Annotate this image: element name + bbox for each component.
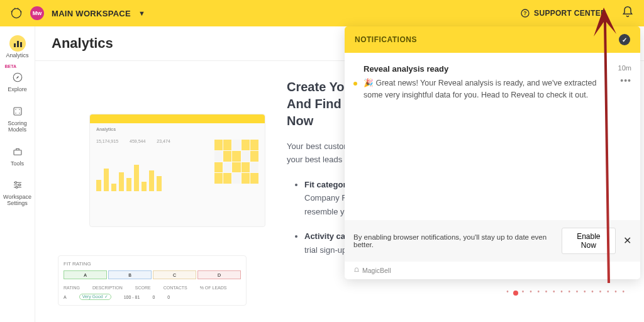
sidebar-item-label: Scoring Models: [0, 121, 35, 133]
svg-point-15: [16, 187, 18, 189]
sidebar-item-label: Tools: [11, 161, 24, 167]
target-icon: [9, 103, 26, 119]
workspace-badge: Mw: [30, 6, 44, 20]
sidebar: Analytics BETA Explore Scoring Models To…: [0, 26, 35, 322]
svg-rect-3: [14, 43, 16, 47]
svg-point-9: [19, 109, 20, 110]
sliders-icon: [9, 177, 26, 193]
svg-rect-7: [14, 108, 21, 115]
svg-point-11: [19, 113, 20, 114]
svg-point-0: [12, 9, 21, 18]
toolbox-icon: [9, 143, 26, 160]
svg-point-10: [15, 113, 16, 114]
svg-rect-4: [17, 41, 19, 47]
help-icon: ?: [520, 8, 530, 18]
topbar: Mw MAIN WORKSPACE ▼ ? SUPPORT CENTER: [0, 0, 644, 26]
svg-text:?: ?: [523, 10, 527, 16]
sidebar-item-scoring[interactable]: Scoring Models: [0, 99, 35, 137]
notification-title: Reveal analysis ready: [364, 64, 612, 74]
topbar-left: Mw MAIN WORKSPACE ▼: [10, 6, 145, 20]
hero-illustration: Analytics 15,174,915459,54423,474 FIT RA…: [52, 79, 272, 268]
notification-text: 🎉 Great news! Your Reveal analysis is re…: [364, 77, 612, 102]
sidebar-item-explore[interactable]: BETA Explore: [0, 65, 35, 97]
mock-fit-card: FIT RATING ABCD RATINGDESCRIPTIONSCORECO…: [58, 255, 247, 306]
enable-text: By enabling browser notifications, you'l…: [353, 233, 554, 248]
sidebar-item-label: Workspace Settings: [0, 194, 35, 207]
chevron-down-icon[interactable]: ▼: [138, 9, 145, 17]
analytics-icon: [9, 35, 26, 52]
app-logo-icon: [10, 7, 23, 19]
workspace-name[interactable]: MAIN WORKSPACE: [52, 9, 131, 18]
svg-rect-12: [14, 150, 21, 155]
sidebar-item-label: Explore: [8, 87, 27, 93]
svg-rect-5: [20, 42, 22, 47]
compass-icon: [9, 69, 26, 86]
svg-point-13: [14, 182, 16, 184]
unread-dot-icon: [353, 82, 357, 86]
sidebar-item-label: Analytics: [6, 53, 28, 59]
notifications-title: NOTIFICATIONS: [355, 35, 417, 44]
magicbell-icon: [353, 267, 360, 274]
annotation-arrow-icon: [589, 6, 626, 289]
mock-analytics-window: Analytics 15,174,915459,54423,474: [89, 114, 265, 227]
sidebar-item-tools[interactable]: Tools: [0, 140, 35, 171]
notification-body: Reveal analysis ready 🎉 Great news! Your…: [364, 64, 612, 102]
beta-badge: BETA: [5, 64, 17, 69]
svg-point-8: [15, 109, 16, 110]
sidebar-item-settings[interactable]: Workspace Settings: [0, 173, 35, 211]
decorative-red-dot: [513, 291, 518, 296]
sidebar-item-analytics[interactable]: Analytics: [0, 31, 35, 63]
svg-point-14: [18, 184, 20, 186]
